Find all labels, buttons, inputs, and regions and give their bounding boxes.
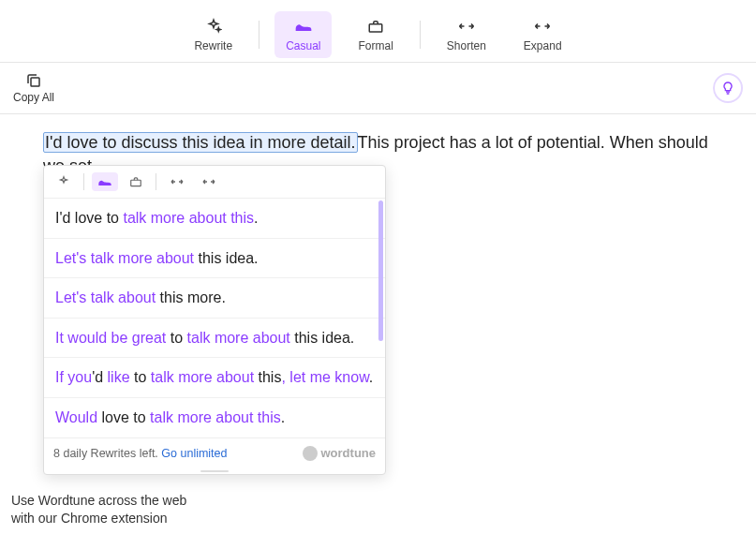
sneaker-icon (294, 17, 313, 36)
resize-handle[interactable] (44, 468, 385, 474)
shorten-label: Shorten (447, 39, 486, 52)
popup-shorten-button[interactable] (164, 172, 190, 191)
footer-line-2: with our Chrome extension (11, 510, 186, 528)
shorten-icon (457, 17, 476, 36)
expand-label: Expand (524, 39, 562, 52)
formal-label: Formal (358, 39, 393, 52)
toolbar-divider (259, 21, 259, 49)
suggestions-popup: I'd love to talk more about this.Let's t… (43, 165, 386, 475)
briefcase-icon (367, 17, 384, 36)
suggestion-item[interactable]: It would be great to talk more about thi… (44, 319, 385, 359)
scrollbar[interactable] (378, 200, 383, 341)
copy-all-button[interactable]: Copy All (13, 72, 54, 104)
go-unlimited-link[interactable]: Go unlimited (161, 447, 227, 460)
formal-button[interactable]: Formal (347, 11, 404, 58)
bulb-icon (720, 81, 735, 96)
casual-button[interactable]: Casual (274, 11, 332, 58)
suggestion-item[interactable]: Would love to talk more about this. (44, 398, 385, 438)
popup-rewrite-button[interactable] (52, 171, 76, 192)
brand-logo-icon (303, 446, 318, 461)
casual-label: Casual (286, 39, 320, 52)
popup-formal-button[interactable] (124, 172, 148, 191)
rewrite-label: Rewrite (194, 39, 232, 52)
suggestions-list: I'd love to talk more about this.Let's t… (44, 199, 385, 438)
rewrite-button[interactable]: Rewrite (183, 11, 244, 58)
action-bar: Copy All (0, 63, 756, 114)
suggestion-item[interactable]: Let's talk about this more. (44, 278, 385, 319)
brand-label: wordtune (303, 446, 377, 461)
footer-note: Use Wordtune across the web with our Chr… (11, 492, 186, 528)
toolbar-divider (420, 21, 421, 49)
expand-icon (533, 17, 552, 36)
popup-divider (156, 173, 156, 190)
main-toolbar: Rewrite Casual Formal Shorten Expand (0, 0, 756, 63)
highlighted-text: I'd love to discuss this idea in more de… (43, 132, 358, 153)
svg-rect-2 (131, 180, 141, 185)
brand-text: wordtune (321, 446, 377, 460)
sparkle-icon (205, 17, 222, 36)
suggestion-item[interactable]: If you'd like to talk more about this, l… (44, 358, 385, 398)
rewrites-left-text: 8 daily Rewrites left. (53, 447, 161, 460)
popup-toolbar (44, 166, 385, 199)
suggestion-item[interactable]: I'd love to talk more about this. (44, 199, 385, 239)
popup-expand-button[interactable] (196, 172, 222, 191)
popup-divider (83, 173, 84, 190)
copy-icon (25, 72, 42, 89)
idea-button[interactable] (713, 73, 743, 103)
suggestion-item[interactable]: Let's talk more about this idea. (44, 239, 385, 279)
popup-casual-button[interactable] (92, 172, 118, 191)
shorten-button[interactable]: Shorten (436, 11, 497, 58)
footer-line-1: Use Wordtune across the web (11, 492, 186, 511)
expand-button[interactable]: Expand (512, 11, 573, 58)
copy-all-label: Copy All (13, 91, 54, 104)
popup-footer: 8 daily Rewrites left. Go unlimited word… (44, 438, 385, 468)
svg-rect-0 (369, 24, 382, 32)
svg-rect-1 (31, 78, 39, 86)
